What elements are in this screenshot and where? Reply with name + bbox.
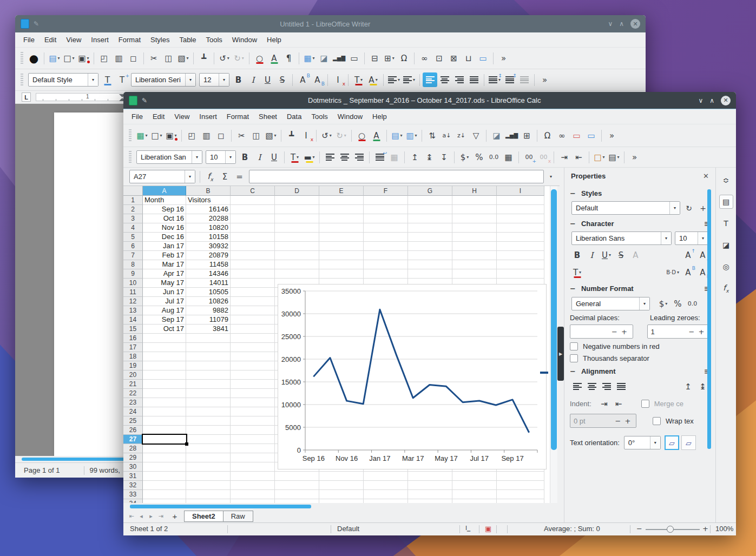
character-section-header[interactable]: − Character ≡ [570,220,710,228]
row-header-20[interactable]: 20 [123,370,143,380]
cell-a24[interactable] [143,407,186,416]
zoom-out-icon[interactable]: − [636,525,642,533]
cell-c14[interactable] [231,315,275,325]
cell-b21[interactable] [186,380,231,389]
row-header-15[interactable]: 15 [123,325,143,334]
cell-i32[interactable] [497,481,544,490]
autofilter-icon[interactable]: ▽ [469,128,483,143]
align-justify-icon[interactable] [614,379,628,394]
toolbar-grip[interactable] [21,52,23,65]
insert-row-icon[interactable]: ▤▾ [390,128,404,143]
writer-titlebar[interactable]: ✎ Untitled 1 - LibreOffice Writer ∨ ∧ ✕ [15,15,646,32]
cell-e7[interactable] [319,251,364,260]
row-header-30[interactable]: 30 [123,462,143,472]
cell-b9[interactable]: 14346 [186,269,231,279]
cell-c28[interactable] [231,444,275,453]
row-header-27[interactable]: 27 [123,435,143,444]
row-header-23[interactable]: 23 [123,398,143,407]
undo-icon[interactable]: ↺▾ [217,51,232,65]
row-header-25[interactable]: 25 [123,416,143,426]
navigator-tab-icon[interactable]: ◎ [719,260,733,274]
cell-a5[interactable]: Dec 16 [143,233,186,242]
percent-icon[interactable]: % [472,150,487,164]
selected-cell-a27[interactable] [142,434,187,445]
tab-sheet2[interactable]: Sheet2 [184,511,223,522]
font-color-icon[interactable]: T▾ [287,150,302,164]
cell-f7[interactable] [364,251,408,260]
cell-b34[interactable] [186,499,231,503]
cell-a6[interactable]: Jan 17 [143,242,186,251]
cell-e33[interactable] [319,490,364,499]
redo-icon[interactable]: ↻▾ [334,128,349,143]
row-header-12[interactable]: 12 [123,297,143,306]
close-icon[interactable]: ✕ [721,96,731,105]
cell-e1[interactable] [319,196,364,205]
vertical-scrollbar[interactable] [550,186,557,503]
cell-c29[interactable] [231,453,275,462]
menu-tools[interactable]: Tools [306,110,332,123]
insert-chart-icon[interactable]: ▂▅▇ [504,128,520,143]
cell-g31[interactable] [408,472,452,481]
align-right-icon[interactable] [352,150,366,164]
toolbar-grip[interactable] [129,129,132,142]
align-justify-icon[interactable] [466,72,481,87]
cell-c31[interactable] [231,472,275,481]
cell-a12[interactable]: Jul 17 [143,297,186,306]
cell-a32[interactable] [143,481,186,490]
sort-ascending-icon[interactable]: a↓ [439,128,454,143]
cell-a34[interactable] [143,499,186,503]
cell-h6[interactable] [452,242,497,251]
row-header-22[interactable]: 22 [123,389,143,398]
cell-e31[interactable] [319,472,364,481]
cell-c12[interactable] [231,297,275,306]
page-break-icon[interactable]: ⊟ [367,51,382,65]
cell-c34[interactable] [231,499,275,503]
font-name-combo[interactable]: Liberation San▾ [136,150,202,164]
number-category-combo[interactable]: General▾ [571,297,650,310]
cell-i31[interactable] [497,472,544,481]
strikethrough-icon[interactable]: S [614,248,628,262]
percent-icon[interactable]: % [670,296,685,311]
cell-a15[interactable]: Oct 17 [143,325,186,334]
find-replace-icon[interactable]: ○ [252,51,267,65]
cell-b31[interactable] [186,472,231,481]
toolbar-overflow-icon[interactable]: » [604,128,619,143]
bold-icon[interactable]: B [231,72,246,87]
borders-icon[interactable]: □▾ [592,150,607,164]
cell-d3[interactable] [275,214,319,223]
cell-a3[interactable]: Oct 16 [143,214,186,223]
font-color-icon[interactable]: T▾ [570,265,584,280]
cell-c13[interactable] [231,306,275,315]
cell-i8[interactable] [497,260,544,269]
next-sheet-icon[interactable]: ▸ [146,513,156,520]
menu-edit[interactable]: Edit [40,34,61,46]
styles-section-header[interactable]: − Styles [570,189,710,197]
sidebar-font-combo[interactable]: Liberation Sans▾ [571,231,672,245]
cell-b5[interactable]: 10158 [186,233,231,242]
cell-a28[interactable] [143,444,186,453]
row-header-16[interactable]: 16 [123,334,143,343]
cell-b23[interactable] [186,398,231,407]
cell-c9[interactable] [231,269,275,279]
copy-icon[interactable]: ◫ [249,128,264,143]
plus-icon[interactable]: + [623,417,633,425]
cell-e6[interactable] [319,242,364,251]
cell-d2[interactable] [275,205,319,214]
currency-icon[interactable]: $▾ [457,150,472,164]
highlight-color-icon[interactable]: A▾ [366,72,380,87]
pivot-table-icon[interactable]: ⊞ [520,128,534,143]
cell-c18[interactable] [231,352,275,361]
decimal-places-stepper[interactable]: − + [570,325,633,339]
row-header-21[interactable]: 21 [123,380,143,389]
align-bottom-icon[interactable]: ↧ [437,150,451,164]
cell-h2[interactable] [452,205,497,214]
cell-f9[interactable] [364,269,408,279]
calc-titlebar[interactable]: ✎ Dotmetrics _ September 4_2016 – Octobe… [123,92,736,109]
menu-help[interactable]: Help [262,34,286,46]
align-center-icon[interactable] [437,72,452,87]
sidebar-font-size-combo[interactable]: 10▾ [675,231,708,245]
cell-e2[interactable] [319,205,364,214]
insert-mode-icon[interactable]: I‗ [465,525,470,531]
align-left-icon[interactable] [323,150,337,164]
open-icon[interactable]: □▾ [149,128,164,143]
